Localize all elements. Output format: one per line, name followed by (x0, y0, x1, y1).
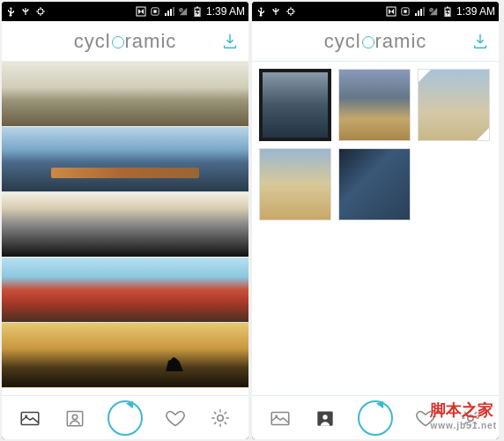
import-button[interactable] (220, 32, 240, 51)
grid-item[interactable] (338, 69, 411, 141)
title-prefix: cycl (324, 30, 361, 52)
nfc-icon (136, 6, 146, 17)
usb-icon (5, 6, 16, 17)
status-bar: 1:39 AM (2, 2, 248, 21)
panorama-item[interactable] (2, 192, 248, 258)
panorama-item[interactable] (2, 323, 248, 388)
nav-capture[interactable] (107, 400, 143, 436)
battery-icon (192, 6, 203, 17)
app-title: cyclramic (324, 30, 427, 53)
panorama-item[interactable] (2, 127, 248, 192)
nav-portraits[interactable] (63, 406, 87, 430)
no-sim-icon (428, 6, 439, 17)
photo-grid[interactable] (252, 62, 499, 395)
svg-point-22 (275, 415, 278, 417)
grid-item[interactable] (338, 148, 411, 220)
nav-settings[interactable] (208, 406, 233, 430)
panorama-item[interactable] (2, 62, 248, 127)
sync-icon (150, 6, 160, 17)
svg-point-11 (72, 415, 77, 419)
svg-point-9 (25, 415, 27, 417)
svg-point-24 (322, 415, 327, 419)
grid-item[interactable] (259, 148, 331, 220)
nav-settings[interactable] (458, 406, 483, 430)
debug-icon (285, 6, 296, 17)
no-sim-icon (178, 6, 189, 17)
nav-favorites[interactable] (163, 406, 188, 430)
title-suffix: ramic (375, 30, 427, 52)
phone-right: 1:39 AM cyclramic (252, 2, 499, 439)
bottom-nav (2, 395, 248, 439)
logo-ring-icon (362, 36, 374, 49)
svg-point-25 (468, 415, 474, 421)
app-title: cyclramic (74, 30, 177, 53)
panorama-list[interactable] (2, 62, 248, 395)
svg-point-12 (218, 415, 224, 421)
title-prefix: cycl (74, 30, 111, 52)
nav-favorites[interactable] (413, 406, 438, 430)
status-bar: 1:39 AM (252, 2, 499, 21)
app-header: cyclramic (2, 21, 248, 62)
nfc-icon (386, 6, 397, 17)
battery-icon (442, 6, 453, 17)
signal-icon (164, 6, 174, 17)
usb-icon (256, 6, 266, 17)
nav-capture[interactable] (358, 400, 393, 436)
signal-icon (414, 6, 425, 17)
bottom-nav (252, 395, 499, 439)
svg-rect-10 (67, 411, 82, 425)
nav-gallery[interactable] (268, 406, 293, 430)
svg-rect-6 (196, 7, 198, 9)
status-time: 1:39 AM (206, 5, 245, 18)
nav-portraits[interactable] (313, 406, 337, 430)
import-button[interactable] (471, 32, 490, 51)
grid-item[interactable] (418, 69, 490, 141)
svg-rect-16 (404, 10, 406, 12)
svg-rect-19 (447, 7, 448, 9)
nav-gallery[interactable] (18, 406, 42, 430)
panorama-item[interactable] (2, 258, 248, 323)
sync-icon (400, 6, 411, 17)
phone-left: 1:39 AM cyclramic (2, 2, 248, 439)
logo-ring-icon (112, 36, 124, 49)
app-header: cyclramic (252, 21, 499, 62)
title-suffix: ramic (125, 30, 177, 52)
debug-icon (35, 6, 46, 17)
svg-rect-3 (153, 10, 156, 12)
psi-icon (20, 6, 31, 17)
status-time: 1:39 AM (456, 5, 495, 18)
grid-item[interactable] (259, 69, 331, 141)
psi-icon (271, 6, 281, 17)
